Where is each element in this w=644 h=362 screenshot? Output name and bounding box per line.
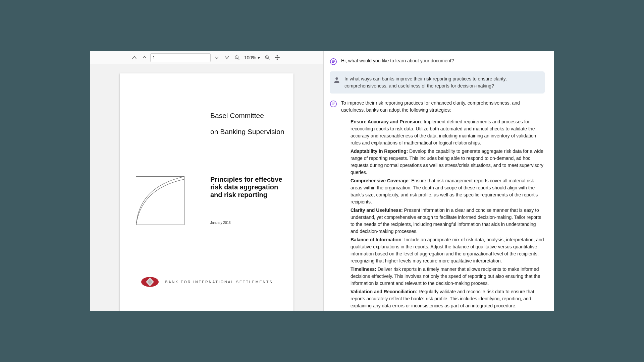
svg-line-4 bbox=[268, 58, 270, 60]
prev-page-button[interactable] bbox=[140, 54, 148, 62]
answer-item: Adaptability in Reporting: Develop the c… bbox=[351, 148, 545, 176]
answer-item-head: Clarity and Usefulness: bbox=[351, 207, 403, 213]
user-question-text: In what ways can banks improve their ris… bbox=[344, 75, 540, 89]
next-page-button[interactable] bbox=[213, 54, 221, 62]
document-footer-text: BANK FOR INTERNATIONAL SETTLEMENTS bbox=[165, 280, 273, 284]
zoom-level-label[interactable]: 100% ▾ bbox=[243, 55, 261, 60]
assistant-answer-message: To improve their risk reporting practice… bbox=[330, 100, 545, 311]
answer-item-head: Validation and Reconciliation: bbox=[351, 289, 417, 294]
page-number-input[interactable] bbox=[150, 53, 211, 62]
user-message: In what ways can banks improve their ris… bbox=[330, 71, 545, 94]
assistant-greeting-text: Hi, what would you like to learn about y… bbox=[341, 57, 545, 65]
document-org-line2: on Banking Supervision bbox=[210, 128, 284, 135]
document-title: Principles for effective risk data aggre… bbox=[210, 176, 287, 199]
first-page-button[interactable] bbox=[130, 54, 138, 62]
answer-item: Balance of Information: Include an appro… bbox=[351, 236, 545, 264]
pdf-scroll-area[interactable]: Basel Committee on Banking Supervision P… bbox=[90, 64, 323, 311]
document-footer: BANK FOR INTERNATIONAL SETTLEMENTS bbox=[120, 276, 293, 288]
answer-item: Timeliness: Deliver risk reports in a ti… bbox=[351, 266, 545, 287]
answer-item: Comprehensive Coverage: Ensure that risk… bbox=[351, 177, 545, 205]
user-avatar-icon bbox=[333, 76, 340, 83]
bis-logo-icon bbox=[141, 276, 159, 288]
answer-list: Ensure Accuracy and Precision: Implement… bbox=[351, 118, 545, 309]
answer-intro: To improve their risk reporting practice… bbox=[341, 100, 545, 114]
document-date: January 2013 bbox=[210, 221, 231, 225]
chat-pane[interactable]: Hi, what would you like to learn about y… bbox=[324, 51, 554, 311]
assistant-answer-body: To improve their risk reporting practice… bbox=[341, 100, 545, 311]
assistant-avatar-icon bbox=[330, 100, 337, 108]
document-decorative-square bbox=[136, 176, 184, 225]
zoom-out-button[interactable] bbox=[233, 54, 241, 62]
pan-button[interactable] bbox=[273, 54, 281, 62]
document-org: Basel Committee on Banking Supervision bbox=[210, 104, 284, 136]
assistant-greeting-message: Hi, what would you like to learn about y… bbox=[330, 57, 545, 65]
svg-line-1 bbox=[238, 58, 239, 60]
svg-point-11 bbox=[335, 77, 338, 80]
answer-item-head: Ensure Accuracy and Precision: bbox=[351, 119, 422, 124]
pdf-page: Basel Committee on Banking Supervision P… bbox=[120, 73, 293, 311]
answer-item: Ensure Accuracy and Precision: Implement… bbox=[351, 118, 545, 146]
answer-item: Validation and Reconciliation: Regularly… bbox=[351, 288, 545, 309]
zoom-in-button[interactable] bbox=[263, 54, 271, 62]
app-frame: 100% ▾ Basel Committee on Banking Superv… bbox=[90, 51, 554, 311]
answer-item-body: Deliver risk reports in a timely manner … bbox=[351, 266, 540, 286]
answer-item-head: Balance of Information: bbox=[351, 237, 403, 242]
document-org-line1: Basel Committee bbox=[210, 112, 264, 119]
answer-item: Clarity and Usefulness: Present informat… bbox=[351, 207, 545, 235]
pdf-pane: 100% ▾ Basel Committee on Banking Superv… bbox=[90, 51, 324, 311]
answer-item-head: Comprehensive Coverage: bbox=[351, 178, 410, 183]
pdf-toolbar: 100% ▾ bbox=[90, 51, 323, 64]
last-page-button[interactable] bbox=[223, 54, 231, 62]
answer-item-head: Timeliness: bbox=[351, 266, 376, 272]
assistant-avatar-icon bbox=[330, 58, 337, 65]
answer-item-head: Adaptability in Reporting: bbox=[351, 148, 408, 154]
